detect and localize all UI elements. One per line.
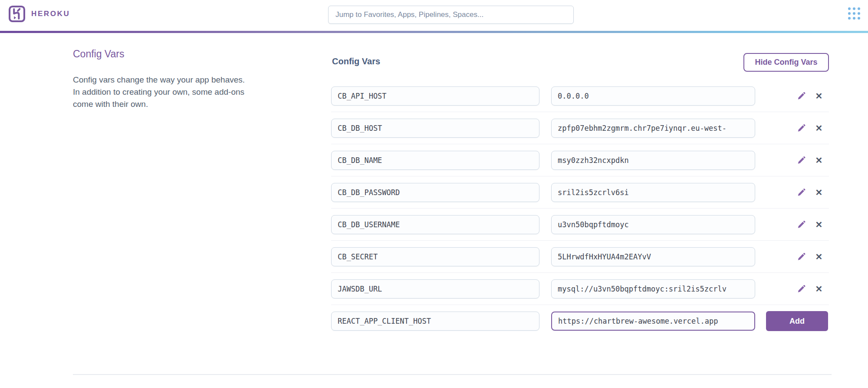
- delete-x-icon[interactable]: ✕: [814, 155, 824, 166]
- row-actions: ✕: [796, 91, 824, 101]
- config-value-input[interactable]: [551, 215, 755, 234]
- row-actions: ✕: [796, 219, 824, 230]
- config-var-row: Add: [331, 312, 829, 337]
- delete-x-icon[interactable]: ✕: [814, 284, 824, 294]
- edit-pencil-icon[interactable]: [796, 252, 806, 262]
- heroku-logo-icon[interactable]: [9, 6, 25, 22]
- edit-pencil-icon[interactable]: [796, 91, 806, 101]
- config-var-row: ✕: [331, 86, 829, 112]
- config-var-row: ✕: [331, 247, 829, 273]
- config-key-input[interactable]: [331, 183, 539, 202]
- config-value-input[interactable]: [551, 183, 755, 202]
- brand-wordmark[interactable]: HEROKU: [31, 10, 70, 18]
- apps-grid-icon[interactable]: [848, 7, 861, 20]
- config-var-row: ✕: [331, 119, 829, 144]
- add-button-wrap: Add: [766, 311, 828, 331]
- row-actions: ✕: [796, 155, 824, 166]
- config-var-row: ✕: [331, 279, 829, 305]
- delete-x-icon[interactable]: ✕: [814, 123, 824, 133]
- config-var-row: ✕: [331, 215, 829, 241]
- config-value-input[interactable]: [551, 247, 755, 266]
- delete-x-icon[interactable]: ✕: [814, 91, 824, 101]
- section-title: Config Vars: [73, 48, 124, 60]
- delete-x-icon[interactable]: ✕: [814, 252, 824, 262]
- row-actions: ✕: [796, 187, 824, 198]
- global-search-input[interactable]: [328, 6, 574, 24]
- hide-config-vars-button[interactable]: Hide Config Vars: [743, 53, 829, 72]
- config-key-input[interactable]: [331, 86, 539, 106]
- config-key-input[interactable]: [331, 312, 539, 331]
- row-actions: ✕: [796, 252, 824, 262]
- edit-pencil-icon[interactable]: [796, 284, 806, 294]
- edit-pencil-icon[interactable]: [796, 187, 806, 198]
- delete-x-icon[interactable]: ✕: [814, 187, 824, 198]
- add-config-var-button[interactable]: Add: [766, 311, 828, 331]
- config-key-input[interactable]: [331, 215, 539, 234]
- config-value-input[interactable]: [551, 151, 755, 170]
- config-value-input[interactable]: [551, 312, 755, 331]
- delete-x-icon[interactable]: ✕: [814, 219, 824, 230]
- config-key-input[interactable]: [331, 247, 539, 266]
- top-nav-bar: HEROKU: [0, 0, 868, 31]
- row-actions: ✕: [796, 284, 824, 294]
- config-vars-heading: Config Vars: [332, 56, 380, 66]
- edit-pencil-icon[interactable]: [796, 219, 806, 230]
- header-gradient-divider: [0, 31, 868, 33]
- section-description: Config vars change the way your app beha…: [73, 74, 251, 110]
- row-actions: ✕: [796, 123, 824, 133]
- edit-pencil-icon[interactable]: [796, 123, 806, 133]
- config-key-input[interactable]: [331, 279, 539, 298]
- config-value-input[interactable]: [551, 119, 755, 138]
- config-var-row: ✕: [331, 183, 829, 209]
- config-value-input[interactable]: [551, 279, 755, 298]
- section-bottom-divider: [73, 374, 832, 375]
- config-value-input[interactable]: [551, 86, 755, 106]
- config-vars-list: ✕ ✕: [331, 86, 829, 343]
- edit-pencil-icon[interactable]: [796, 155, 806, 166]
- config-var-row: ✕: [331, 151, 829, 176]
- config-key-input[interactable]: [331, 151, 539, 170]
- config-key-input[interactable]: [331, 119, 539, 138]
